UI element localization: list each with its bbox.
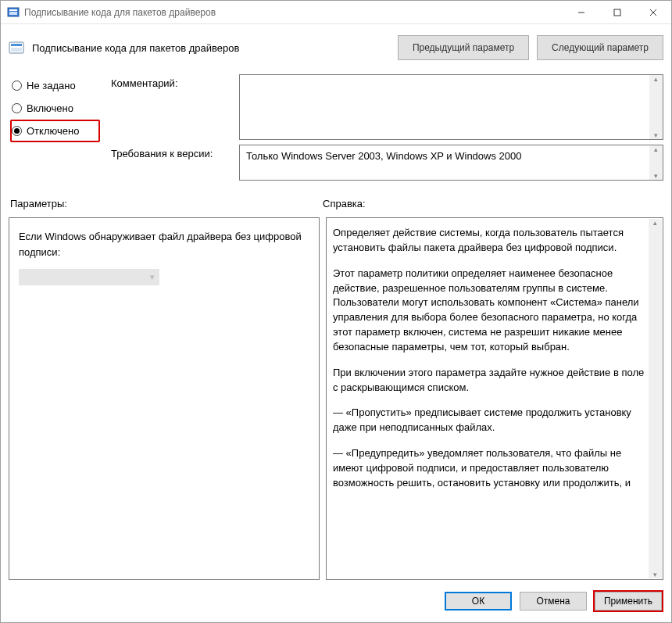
- radio-label: Включено: [27, 102, 73, 114]
- policy-icon: [9, 40, 24, 55]
- parameter-text: Если Windows обнаруживает файл драйвера …: [19, 229, 309, 260]
- next-setting-button[interactable]: Следующий параметр: [537, 35, 663, 60]
- version-textbox: Только Windows Server 2003, Windows XP и…: [239, 145, 663, 181]
- help-paragraph: — «Предупредить» уведомляет пользователя…: [333, 446, 647, 491]
- apply-button[interactable]: Применить: [595, 592, 662, 610]
- scroll-up-icon: ▴: [654, 75, 658, 83]
- help-paragraph: При включении этого параметра задайте ну…: [333, 366, 647, 396]
- scroll-down-icon: ▾: [654, 131, 658, 139]
- header-row: Подписывание кода для пакетов драйверов …: [1, 24, 671, 71]
- radio-icon: [12, 81, 22, 91]
- help-paragraph: Определяет действие системы, когда польз…: [333, 226, 647, 256]
- svg-rect-4: [614, 9, 620, 16]
- comment-textarea[interactable]: ▴ ▾: [239, 74, 663, 140]
- title-bar: Подписывание кода для пакетов драйверов: [1, 1, 671, 24]
- svg-rect-2: [9, 12, 17, 15]
- close-button[interactable]: [635, 1, 671, 24]
- help-paragraph: Этот параметр политики определяет наимен…: [333, 267, 647, 355]
- svg-rect-9: [11, 48, 22, 52]
- radio-icon: [12, 103, 22, 113]
- maximize-button[interactable]: [599, 1, 635, 24]
- radio-not-configured[interactable]: Не задано: [10, 74, 100, 97]
- app-icon: [7, 6, 20, 19]
- scroll-up-icon: ▴: [653, 219, 657, 227]
- dialog-content: Подписывание кода для пакетов драйверов …: [1, 24, 671, 622]
- policy-title: Подписывание кода для пакетов драйверов: [32, 42, 390, 54]
- radio-icon: [12, 126, 22, 136]
- svg-rect-8: [11, 44, 22, 46]
- parameters-pane: Если Windows обнаруживает файл драйвера …: [9, 217, 320, 580]
- svg-rect-1: [9, 9, 17, 11]
- radio-label: Не задано: [27, 80, 76, 91]
- ok-button[interactable]: ОК: [445, 592, 512, 610]
- minimize-button[interactable]: [563, 1, 599, 24]
- scrollbar[interactable]: ▴ ▾: [649, 219, 662, 578]
- lower-panes: Если Windows обнаруживает файл драйвера …: [1, 213, 671, 580]
- radio-disabled[interactable]: Отключено: [10, 120, 100, 142]
- scrollbar[interactable]: ▴ ▾: [649, 145, 663, 180]
- help-text: Определяет действие системы, когда польз…: [333, 226, 647, 579]
- scroll-down-icon: ▾: [653, 571, 657, 578]
- policy-dialog-window: Подписывание кода для пакетов драйверов …: [0, 0, 672, 623]
- window-title: Подписывание кода для пакетов драйверов: [24, 7, 563, 18]
- section-labels: Параметры: Справка:: [1, 185, 671, 213]
- help-pane: Определяет действие системы, когда польз…: [326, 217, 663, 580]
- scrollbar[interactable]: ▴ ▾: [649, 75, 663, 139]
- dialog-footer: ОК Отмена Применить: [1, 580, 671, 622]
- system-buttons: [563, 1, 671, 24]
- scroll-up-icon: ▴: [654, 145, 658, 153]
- version-text: Только Windows Server 2003, Windows XP и…: [246, 150, 522, 162]
- fields-column: Комментарий: ▴ ▾ Требования к версии: То…: [111, 74, 663, 185]
- parameter-dropdown[interactable]: [19, 269, 159, 285]
- comment-label: Комментарий:: [111, 74, 230, 140]
- help-label: Справка:: [323, 198, 660, 209]
- comment-row: Комментарий: ▴ ▾: [111, 74, 663, 140]
- settings-row: Не задано Включено Отключено Комментарий…: [1, 71, 671, 185]
- version-label: Требования к версии:: [111, 145, 230, 181]
- radio-enabled[interactable]: Включено: [10, 97, 100, 120]
- help-paragraph: — «Пропустить» предписывает системе прод…: [333, 406, 647, 435]
- radio-label: Отключено: [27, 125, 79, 137]
- parameters-label: Параметры:: [10, 198, 323, 209]
- scroll-down-icon: ▾: [654, 172, 658, 180]
- version-row: Требования к версии: Только Windows Serv…: [111, 145, 663, 181]
- previous-setting-button[interactable]: Предыдущий параметр: [398, 35, 529, 60]
- cancel-button[interactable]: Отмена: [520, 592, 587, 610]
- radio-group: Не задано Включено Отключено: [10, 74, 100, 185]
